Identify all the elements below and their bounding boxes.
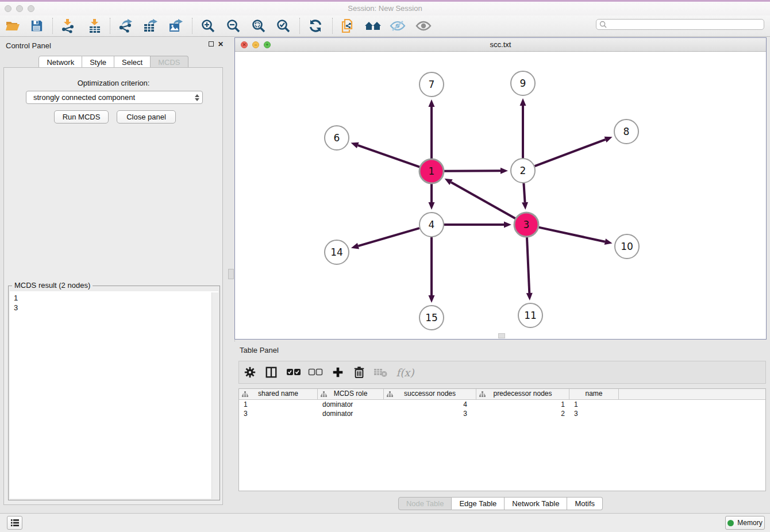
panel-splitter[interactable] xyxy=(227,37,235,506)
show-column-button[interactable] xyxy=(263,364,280,381)
table-row[interactable]: 1dominator411 xyxy=(239,400,765,409)
open-session-button[interactable] xyxy=(3,17,22,35)
hide-selected-button[interactable] xyxy=(388,17,407,35)
edge-2-8[interactable] xyxy=(535,140,606,166)
export-image-button[interactable] xyxy=(167,17,185,35)
save-session-button[interactable] xyxy=(28,17,46,35)
edge-3-10[interactable] xyxy=(538,228,605,242)
cell-successor-nodes[interactable]: 4 xyxy=(384,400,476,409)
cell-name[interactable]: 1 xyxy=(569,400,619,409)
column-header-predecessor-nodes[interactable]: predecessor nodes xyxy=(476,389,569,399)
cell-name[interactable]: 3 xyxy=(569,409,619,418)
node-label-1: 1 xyxy=(429,165,435,177)
cell-predecessor-nodes[interactable]: 2 xyxy=(476,409,569,418)
edge-1-2[interactable] xyxy=(444,171,500,171)
canvas-grip[interactable] xyxy=(498,333,505,338)
edge-1-6[interactable] xyxy=(358,145,419,167)
import-table-button[interactable] xyxy=(86,17,104,35)
window-title: Session: New Session xyxy=(0,4,770,13)
function-builder-button[interactable]: f(x) xyxy=(394,364,417,381)
cell-MCDS-role[interactable]: dominator xyxy=(318,400,384,409)
open-folder-icon xyxy=(5,19,20,33)
column-label: MCDS role xyxy=(334,390,368,398)
tab-motifs[interactable]: Motifs xyxy=(567,497,603,510)
edge-arrowhead xyxy=(351,243,359,249)
plus-icon xyxy=(332,366,344,379)
import-network-button[interactable] xyxy=(59,17,77,35)
titlebar-accent-strip xyxy=(0,0,770,2)
export-table-button[interactable] xyxy=(141,17,160,35)
edge-arrowhead xyxy=(520,98,526,106)
network-graph[interactable]: 1234678910111415 xyxy=(235,52,766,339)
edge-arrowhead xyxy=(605,137,613,142)
edge-3-11[interactable] xyxy=(527,237,529,293)
apply-layout-button[interactable] xyxy=(306,17,325,35)
column-header-successor-nodes[interactable]: successor nodes xyxy=(384,389,476,399)
zoom-selected-button[interactable] xyxy=(274,17,292,35)
task-history-button[interactable] xyxy=(7,516,22,530)
search-input[interactable] xyxy=(607,20,764,29)
hierarchy-icon xyxy=(387,391,393,400)
network-window-titlebar[interactable]: ✕ − + scc.txt xyxy=(235,38,766,52)
cell-MCDS-role[interactable]: dominator xyxy=(318,409,384,418)
close-panel-button[interactable]: Close panel xyxy=(117,110,176,124)
tab-network-table[interactable]: Network Table xyxy=(505,497,567,510)
cell-successor-nodes[interactable]: 3 xyxy=(384,409,476,418)
column-header-name[interactable]: name xyxy=(569,389,619,399)
tab-node-table[interactable]: Node Table xyxy=(398,497,452,510)
edge-4-14[interactable] xyxy=(358,228,419,246)
node-label-14: 14 xyxy=(330,246,343,258)
table-tabs: Node TableEdge TableNetwork TableMotifs xyxy=(234,497,767,510)
search-field[interactable] xyxy=(596,19,764,30)
cell-predecessor-nodes[interactable]: 1 xyxy=(476,400,569,409)
tab-edge-table[interactable]: Edge Table xyxy=(452,497,505,510)
run-mcds-button[interactable]: Run MCDS xyxy=(54,110,109,124)
mcds-result-title: MCDS result (2 nodes) xyxy=(12,281,93,290)
edge-3-1[interactable] xyxy=(451,182,515,218)
zoom-out-button[interactable] xyxy=(224,17,242,35)
edge-arrowhead xyxy=(504,222,511,228)
column-label: name xyxy=(585,390,602,398)
table-row[interactable]: 3dominator323 xyxy=(239,409,765,418)
mcds-result-text: 1 3 xyxy=(14,293,18,313)
node-table[interactable]: shared nameMCDS rolesuccessor nodesprede… xyxy=(238,388,766,491)
import-table-icon xyxy=(88,18,102,33)
table-header-row: shared nameMCDS rolesuccessor nodesprede… xyxy=(239,389,765,400)
zoom-in-button[interactable] xyxy=(199,17,217,35)
cell-shared-name[interactable]: 3 xyxy=(239,409,318,418)
splitter-grip[interactable] xyxy=(228,269,234,279)
float-panel-icon[interactable] xyxy=(209,41,214,47)
zoom-fit-icon xyxy=(251,18,266,33)
delete-table-button[interactable] xyxy=(372,364,389,381)
home-button[interactable] xyxy=(364,17,382,35)
select-all-button[interactable] xyxy=(285,364,302,381)
criterion-value: strongly connected component xyxy=(26,93,192,102)
table-settings-button[interactable] xyxy=(241,364,259,381)
edge-2-3[interactable] xyxy=(523,183,525,202)
close-panel-icon[interactable]: ✕ xyxy=(217,41,224,48)
zoom-out-icon xyxy=(226,18,241,33)
column-header-MCDS-role[interactable]: MCDS role xyxy=(318,389,384,399)
result-scrollbar[interactable] xyxy=(211,292,218,499)
toolbar-separator xyxy=(192,18,192,34)
column-header-shared-name[interactable]: shared name xyxy=(239,389,318,399)
control-panel: Control Panel ✕ NetworkStyleSelectMCDS O… xyxy=(0,37,227,506)
network-canvas[interactable]: 1234678910111415 xyxy=(235,52,766,339)
export-network-button[interactable] xyxy=(116,17,134,35)
show-all-button[interactable] xyxy=(414,17,433,35)
add-row-button[interactable] xyxy=(329,364,346,381)
hierarchy-icon xyxy=(479,391,486,400)
export-image-icon xyxy=(168,18,183,33)
table-panel: Table Panel ✕ xyxy=(234,342,767,513)
mcds-result-area[interactable]: 1 3 xyxy=(10,291,218,499)
delete-row-button[interactable] xyxy=(351,364,368,381)
memory-button[interactable]: Memory xyxy=(725,516,765,530)
column-label: shared name xyxy=(258,390,298,398)
duplicate-network-button[interactable] xyxy=(338,17,357,35)
edge-arrowhead xyxy=(429,295,435,303)
criterion-select[interactable]: strongly connected component xyxy=(26,91,203,104)
home-houses-icon xyxy=(364,19,382,33)
deselect-all-button[interactable] xyxy=(307,364,324,381)
cell-shared-name[interactable]: 1 xyxy=(239,400,318,409)
zoom-fit-button[interactable] xyxy=(249,17,268,35)
